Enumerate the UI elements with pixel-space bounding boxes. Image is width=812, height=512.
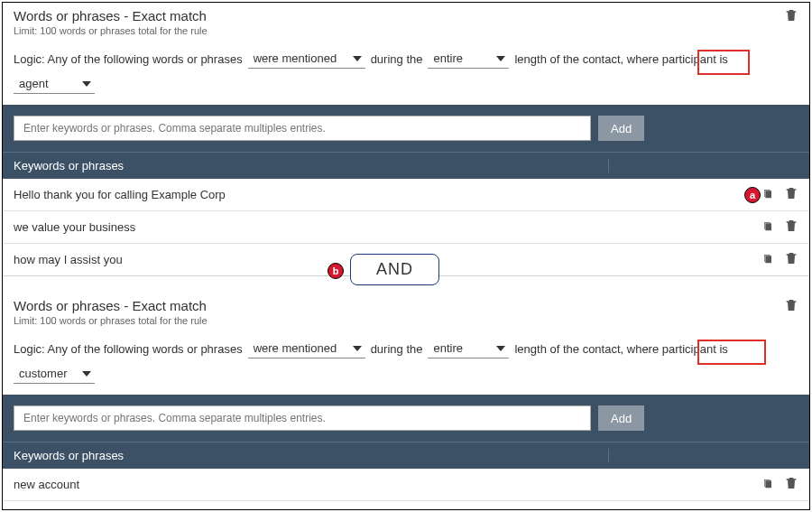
copy-button[interactable] <box>761 476 775 493</box>
copy-icon <box>761 219 775 233</box>
participant-select-value: customer <box>19 367 67 380</box>
keyword-text: we value your business <box>14 220 761 234</box>
participant-select[interactable]: customer <box>14 364 95 384</box>
copy-icon <box>761 476 775 490</box>
keyword-input[interactable] <box>14 116 591 141</box>
rule-block-1: Words or phrases - Exact match Limit: 10… <box>3 3 809 276</box>
chevron-down-icon <box>82 371 91 377</box>
delete-row-button[interactable] <box>784 219 798 236</box>
keywords-header-label: Keywords or phrases <box>14 159 609 172</box>
add-button[interactable]: Add <box>598 405 644 431</box>
trash-icon <box>784 508 798 510</box>
row-actions <box>761 508 798 510</box>
chevron-down-icon <box>496 56 505 61</box>
logic-prefix: Logic: Any of the following words or phr… <box>14 342 243 356</box>
trash-icon <box>784 8 798 23</box>
rule-header: Words or phrases - Exact match Limit: 10… <box>14 298 798 326</box>
delete-row-button[interactable] <box>784 251 798 268</box>
keyword-input-bar: Add <box>3 105 809 152</box>
rule-title-group: Words or phrases - Exact match Limit: 10… <box>14 8 208 36</box>
during-text: during the <box>371 342 423 356</box>
keyword-row: reset password <box>3 501 809 510</box>
rule-title-group: Words or phrases - Exact match Limit: 10… <box>14 298 208 326</box>
chevron-down-icon <box>496 346 505 351</box>
copy-icon <box>761 508 775 510</box>
row-actions <box>761 186 798 203</box>
span-select[interactable]: entire <box>428 339 509 358</box>
row-actions <box>761 251 798 268</box>
chevron-down-icon <box>82 81 91 87</box>
span-select[interactable]: entire <box>428 49 509 69</box>
delete-row-button[interactable] <box>784 508 798 510</box>
rule-limit: Limit: 100 words or phrases total for th… <box>14 25 208 36</box>
copy-icon <box>761 186 775 200</box>
keywords-table-header: Keywords or phrases <box>3 152 809 179</box>
keyword-input[interactable] <box>14 405 591 431</box>
keyword-row: Hello thank you for calling Example Corp… <box>3 179 809 211</box>
trash-icon <box>784 186 798 200</box>
delete-rule-button[interactable] <box>784 8 798 25</box>
mention-select-value: were mentioned <box>254 51 337 65</box>
delete-row-button[interactable] <box>784 186 798 203</box>
trash-icon <box>784 476 798 490</box>
copy-icon <box>761 251 775 265</box>
participant-select[interactable]: agent <box>14 74 95 94</box>
logic-row: Logic: Any of the following words or phr… <box>14 49 798 105</box>
mention-select[interactable]: were mentioned <box>248 49 365 69</box>
logic-prefix: Logic: Any of the following words or phr… <box>14 52 243 66</box>
keywords-table-header: Keywords or phrases <box>3 442 809 469</box>
mention-select-value: were mentioned <box>254 341 337 355</box>
trash-icon <box>784 219 798 233</box>
page-root: Words or phrases - Exact match Limit: 10… <box>2 2 810 510</box>
callout-a: a <box>744 187 761 203</box>
rule-block-2: Words or phrases - Exact match Limit: 10… <box>3 276 809 510</box>
keywords-header-label: Keywords or phrases <box>14 449 609 462</box>
delete-rule-button[interactable] <box>784 298 798 315</box>
add-button[interactable]: Add <box>598 116 644 141</box>
participant-select-value: agent <box>19 77 49 90</box>
copy-button[interactable] <box>761 219 775 236</box>
copy-button[interactable] <box>761 251 775 268</box>
logic-connector: AND <box>350 254 439 285</box>
trash-icon <box>784 251 798 265</box>
trash-icon <box>784 298 798 312</box>
keyword-row: new account <box>3 469 809 501</box>
logic-row: Logic: Any of the following words or phr… <box>14 339 798 395</box>
span-select-value: entire <box>433 341 463 355</box>
during-text: during the <box>371 52 423 66</box>
copy-button[interactable] <box>761 186 775 203</box>
copy-button[interactable] <box>761 508 775 510</box>
chevron-down-icon <box>353 56 362 61</box>
keyword-input-bar: Add <box>3 395 809 442</box>
rule-title: Words or phrases - Exact match <box>14 8 208 23</box>
mention-select[interactable]: were mentioned <box>248 339 365 358</box>
keyword-text: new account <box>14 478 761 491</box>
suffix-text: length of the contact, where participant… <box>514 342 727 356</box>
keyword-text: Hello thank you for calling Example Corp <box>14 188 810 201</box>
row-actions <box>761 219 798 236</box>
span-select-value: entire <box>433 51 463 65</box>
rule-title: Words or phrases - Exact match <box>14 298 208 313</box>
rule-limit: Limit: 100 words or phrases total for th… <box>14 315 208 326</box>
suffix-text: length of the contact, where participant… <box>514 52 727 66</box>
chevron-down-icon <box>353 346 362 351</box>
rule-header: Words or phrases - Exact match Limit: 10… <box>14 8 798 36</box>
row-actions <box>761 476 798 493</box>
delete-row-button[interactable] <box>784 476 798 493</box>
keyword-row: we value your business <box>3 211 809 244</box>
